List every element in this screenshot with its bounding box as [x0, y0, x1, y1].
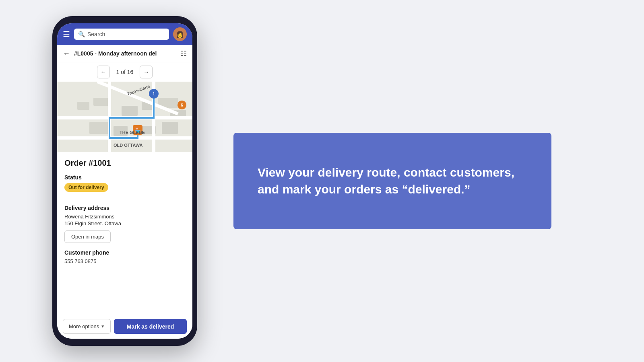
svg-rect-1 [122, 106, 138, 116]
top-nav-bar: ☰ 🔍 Search 👩 [57, 23, 192, 45]
next-page-button[interactable]: → [140, 66, 153, 78]
svg-rect-8 [93, 98, 109, 106]
avatar-emoji: 👩 [176, 31, 184, 38]
address-line: 150 Elgin Street. Ottawa [64, 220, 185, 226]
search-icon: 🔍 [78, 31, 85, 37]
hamburger-icon[interactable]: ☰ [63, 30, 70, 38]
phone-screen: ☰ 🔍 Search 👩 ← #L0005 - Monday afternoon… [57, 23, 192, 339]
search-placeholder: Search [87, 31, 105, 37]
more-options-button[interactable]: More options ▼ [63, 319, 111, 334]
route-header: ← #L0005 - Monday afternoon del ☷ [57, 45, 192, 62]
info-panel-text: View your delivery route, contact custom… [258, 164, 527, 198]
svg-text:6: 6 [181, 103, 183, 107]
order-detail-content: Order #1001 Status Out for delivery Deli… [57, 152, 192, 314]
map-area: Trans-Cana 6 1 🏪 THE GLEBE OLD OTTAWA [57, 82, 192, 152]
route-title: #L0005 - Monday afternoon del [74, 50, 176, 57]
order-number: Order #1001 [64, 158, 185, 168]
prev-page-button[interactable]: ← [97, 66, 110, 78]
svg-rect-6 [162, 122, 178, 134]
customer-name: Rowena Fitzsimmons [64, 214, 185, 220]
delivery-address-label: Delivery address [64, 205, 185, 211]
address-section: Delivery address Rowena Fitzsimmons 150 … [64, 205, 185, 243]
phone-number: 555 763 0875 [64, 258, 185, 264]
status-section: Status Out for delivery [64, 174, 185, 198]
list-view-icon[interactable]: ☷ [180, 49, 187, 58]
action-bar: More options ▼ Mark as delivered [57, 314, 192, 339]
svg-rect-7 [77, 102, 89, 110]
customer-phone-label: Customer phone [64, 249, 185, 256]
open-in-maps-button[interactable]: Open in maps [64, 230, 111, 243]
svg-text:THE GLEBE: THE GLEBE [120, 130, 145, 135]
svg-text:OLD OTTAWA: OLD OTTAWA [114, 143, 143, 148]
status-badge: Out for delivery [64, 183, 108, 192]
mark-as-delivered-button[interactable]: Mark as delivered [114, 319, 187, 334]
info-panel: View your delivery route, contact custom… [233, 133, 551, 229]
more-options-label: More options [69, 323, 99, 329]
dropdown-arrow-icon: ▼ [101, 324, 105, 329]
svg-rect-3 [89, 122, 109, 134]
search-bar[interactable]: 🔍 Search [74, 29, 169, 40]
svg-text:1: 1 [153, 92, 155, 96]
phone-device: ☰ 🔍 Search 👩 ← #L0005 - Monday afternoon… [52, 16, 197, 346]
status-label: Status [64, 174, 185, 181]
avatar[interactable]: 👩 [173, 27, 187, 41]
pagination-bar: ← 1 of 16 → [57, 62, 192, 82]
phone-section: Customer phone 555 763 0875 [64, 249, 185, 264]
page-count: 1 of 16 [116, 69, 134, 75]
back-button[interactable]: ← [63, 49, 70, 58]
